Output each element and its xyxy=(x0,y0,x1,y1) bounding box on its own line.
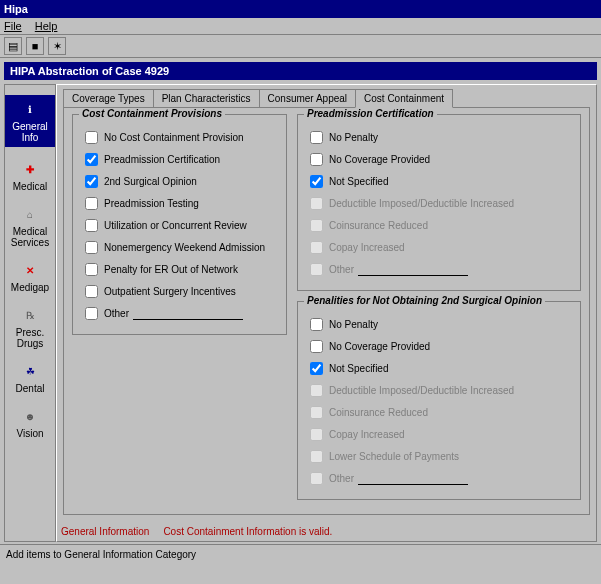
dental-icon: ☘ xyxy=(20,361,40,381)
tab-panel-cost-containment: Cost Containment Provisions No Cost Cont… xyxy=(63,107,590,515)
chk-pen-coinsurance xyxy=(310,406,323,419)
chk-label: Other xyxy=(329,473,354,484)
medigap-icon: ✕ xyxy=(20,260,40,280)
titlebar: Hipa xyxy=(0,0,601,18)
chk-pre-copay xyxy=(310,241,323,254)
chk-label: Other xyxy=(104,308,129,319)
sidebar-item-medical[interactable]: ✚ Medical xyxy=(13,159,47,192)
rx-icon: ℞ xyxy=(20,305,40,325)
menubar: File Help xyxy=(0,18,601,35)
tab-plan-characteristics[interactable]: Plan Characteristics xyxy=(153,89,260,108)
medical-icon: ✚ xyxy=(20,159,40,179)
chk-label: No Penalty xyxy=(329,319,378,330)
pen-other-input xyxy=(358,472,468,485)
chk-pre-no-coverage[interactable] xyxy=(310,153,323,166)
chk-label: Preadmission Certification xyxy=(104,154,220,165)
sidebar-item-label: Dental xyxy=(16,383,45,394)
sidebar-item-medigap[interactable]: ✕ Medigap xyxy=(11,260,49,293)
sidebar-item-label: Presc. Drugs xyxy=(5,327,55,349)
chk-label: Preadmission Testing xyxy=(104,198,199,209)
chk-label: Copay Increased xyxy=(329,429,405,440)
chk-label: Deductible Imposed/Deductible Increased xyxy=(329,198,514,209)
toolbar-btn-3[interactable]: ✶ xyxy=(48,37,66,55)
chk-ccp-other[interactable] xyxy=(85,307,98,320)
chk-label: Other xyxy=(329,264,354,275)
chk-er-penalty[interactable] xyxy=(85,263,98,276)
group-title: Cost Containment Provisions xyxy=(79,108,225,119)
sidebar-item-label: Medical xyxy=(13,181,47,192)
chk-pre-no-penalty[interactable] xyxy=(310,131,323,144)
case-subtitle: HIPA Abstraction of Case 4929 xyxy=(4,62,597,80)
chk-label: No Cost Containment Provision xyxy=(104,132,244,143)
group-penalties-2nd-opinion: Penalities for Not Obtaining 2nd Surgica… xyxy=(297,301,581,500)
tabs: Coverage Types Plan Characteristics Cons… xyxy=(57,85,596,108)
chk-nonemerg-weekend[interactable] xyxy=(85,241,98,254)
pre-other-input xyxy=(358,263,468,276)
menu-file[interactable]: File xyxy=(4,20,22,32)
content: Coverage Types Plan Characteristics Cons… xyxy=(56,84,597,542)
chk-label: Penalty for ER Out of Network xyxy=(104,264,238,275)
chk-pen-no-penalty[interactable] xyxy=(310,318,323,331)
chk-label: Coinsurance Reduced xyxy=(329,220,428,231)
group-title: Preadmission Certification xyxy=(304,108,437,119)
chk-utilization-review[interactable] xyxy=(85,219,98,232)
toolbar: ▤ ■ ✶ xyxy=(0,35,601,58)
sidebar-item-dental[interactable]: ☘ Dental xyxy=(16,361,45,394)
vision-icon: ☻ xyxy=(20,406,40,426)
group-preadmission: Preadmission Certification No Penalty No… xyxy=(297,114,581,291)
chk-label: 2nd Surgical Opinion xyxy=(104,176,197,187)
chk-label: Coinsurance Reduced xyxy=(329,407,428,418)
chk-label: Not Specified xyxy=(329,363,388,374)
sidebar: ℹ General Info ✚ Medical ⌂ Medical Servi… xyxy=(4,84,56,542)
sidebar-item-label: Medical Services xyxy=(5,226,55,248)
status-message: Cost Containment Information is valid. xyxy=(163,526,332,537)
chk-label: Utilization or Concurrent Review xyxy=(104,220,247,231)
link-general-information[interactable]: General Information xyxy=(61,526,149,537)
chk-label: Nonemergency Weekend Admission xyxy=(104,242,265,253)
sidebar-item-label: General Info xyxy=(7,121,53,143)
chk-pre-deductible xyxy=(310,197,323,210)
chk-preadmission-cert[interactable] xyxy=(85,153,98,166)
chk-pre-not-specified[interactable] xyxy=(310,175,323,188)
sidebar-item-medical-services[interactable]: ⌂ Medical Services xyxy=(5,204,55,248)
ccp-other-input[interactable] xyxy=(133,307,243,320)
main-area: ℹ General Info ✚ Medical ⌂ Medical Servi… xyxy=(4,84,597,542)
chk-pen-deductible xyxy=(310,384,323,397)
chk-preadm-testing[interactable] xyxy=(85,197,98,210)
chk-label: Outpatient Surgery Incentives xyxy=(104,286,236,297)
tab-coverage-types[interactable]: Coverage Types xyxy=(63,89,154,108)
chk-label: Not Specified xyxy=(329,176,388,187)
toolbar-btn-1[interactable]: ▤ xyxy=(4,37,22,55)
chk-pen-lower-schedule xyxy=(310,450,323,463)
tab-consumer-appeal[interactable]: Consumer Appeal xyxy=(259,89,357,108)
chk-pen-other xyxy=(310,472,323,485)
chk-pen-not-specified[interactable] xyxy=(310,362,323,375)
sidebar-item-presc-drugs[interactable]: ℞ Presc. Drugs xyxy=(5,305,55,349)
group-cost-containment: Cost Containment Provisions No Cost Cont… xyxy=(72,114,287,335)
menu-help[interactable]: Help xyxy=(35,20,58,32)
chk-pre-other xyxy=(310,263,323,276)
group-title: Penalities for Not Obtaining 2nd Surgica… xyxy=(304,295,545,306)
tab-cost-containment[interactable]: Cost Containment xyxy=(355,89,453,108)
chk-no-cost-containment[interactable] xyxy=(85,131,98,144)
sidebar-item-label: Medigap xyxy=(11,282,49,293)
chk-2nd-surgical[interactable] xyxy=(85,175,98,188)
sidebar-item-vision[interactable]: ☻ Vision xyxy=(16,406,43,439)
info-icon: ℹ xyxy=(20,99,40,119)
chk-label: Deductible Imposed/Deductible Increased xyxy=(329,385,514,396)
chk-outpatient-incentives[interactable] xyxy=(85,285,98,298)
chk-pre-coinsurance xyxy=(310,219,323,232)
chk-label: Lower Schedule of Payments xyxy=(329,451,459,462)
chk-pen-no-coverage[interactable] xyxy=(310,340,323,353)
chk-label: No Coverage Provided xyxy=(329,341,430,352)
sidebar-item-general-info[interactable]: ℹ General Info xyxy=(5,95,55,147)
bottom-bar: General Information Cost Containment Inf… xyxy=(61,526,342,537)
chk-label: No Penalty xyxy=(329,132,378,143)
chk-pen-copay xyxy=(310,428,323,441)
status-bar: Add items to General Information Categor… xyxy=(0,544,601,564)
chk-label: No Coverage Provided xyxy=(329,154,430,165)
med-services-icon: ⌂ xyxy=(20,204,40,224)
chk-label: Copay Increased xyxy=(329,242,405,253)
toolbar-btn-2[interactable]: ■ xyxy=(26,37,44,55)
sidebar-item-label: Vision xyxy=(16,428,43,439)
